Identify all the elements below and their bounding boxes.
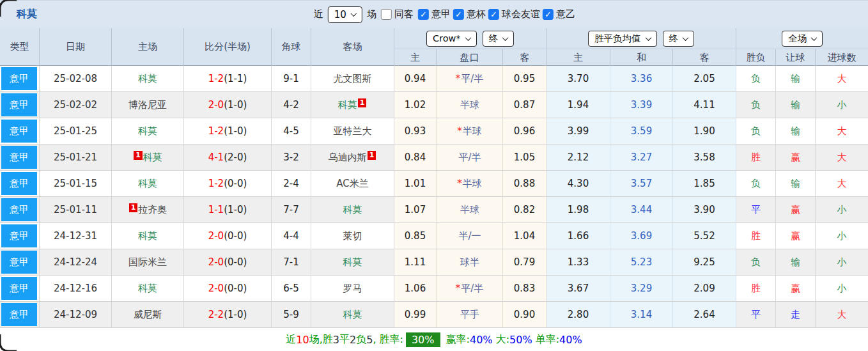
handicap-text: 平手 <box>460 309 479 321</box>
col-header-ah-home: 主 <box>394 49 437 66</box>
league-filter[interactable]: 意甲 <box>418 8 451 20</box>
ah-home-odds: 1.06 <box>394 276 437 301</box>
corner-score: 4-2 <box>272 92 311 118</box>
result-goals: 小 <box>816 276 868 301</box>
corner-score: 2-4 <box>272 171 311 196</box>
matches-label: 场 <box>367 8 376 20</box>
league-cell: 意甲 <box>0 249 40 275</box>
summary-segment: 场, <box>309 333 323 347</box>
ah-handicap-line: *平/半 <box>437 276 503 301</box>
asian-odds-group: Crow* 终 主 盘口 客 <box>394 28 546 66</box>
match-date: 24-12-31 <box>40 223 112 249</box>
filter-controls: 近 10 场 同客 意甲意杯球会友谊意乙 <box>314 6 575 23</box>
recent-count-select[interactable]: 10 <box>328 6 362 23</box>
league-filter[interactable]: 球会友谊 <box>488 8 540 20</box>
ah-handicap-line: *半球 <box>437 171 503 196</box>
handicap-text: 半球 <box>460 99 479 111</box>
result-handicap: 赢 <box>776 276 816 301</box>
away-team-name: 科莫 <box>338 99 357 111</box>
result-handicap: 赢 <box>776 223 816 249</box>
ah-away-odds: 0.88 <box>503 171 546 196</box>
half-time-score: (0-0) <box>224 283 247 294</box>
odds-time-select[interactable]: 终 <box>483 31 515 47</box>
result-handicap: 输 <box>776 171 816 196</box>
same-away-filter[interactable]: 同客 <box>381 8 414 20</box>
result-group: 全场 胜负 让球 进球数 <box>736 28 868 66</box>
result-handicap: 输 <box>776 66 816 91</box>
star-marker: * <box>456 283 461 294</box>
same-away-label: 同客 <box>394 8 414 20</box>
ah-home-odds: 1.07 <box>394 197 437 222</box>
eu-home-odds: 1.98 <box>546 197 610 222</box>
match-date: 24-12-09 <box>40 302 112 327</box>
summary-segment: 大: <box>493 333 509 347</box>
score-cell: 1-1(1-0) <box>184 197 272 222</box>
match-date: 25-02-08 <box>40 66 112 91</box>
league-filter[interactable]: 意杯 <box>453 8 486 20</box>
league-cell: 意甲 <box>0 92 40 118</box>
ah-home-odds: 1.11 <box>394 249 437 275</box>
eu-draw-odds: 3.29 <box>610 276 673 301</box>
corner-score: 6-5 <box>272 276 311 301</box>
full-time-score: 1-2 <box>208 125 224 137</box>
eu-home-odds: 3.99 <box>546 118 610 144</box>
league-checkbox[interactable] <box>543 9 554 20</box>
eu-away-odds: 4.11 <box>673 92 736 118</box>
corner-score: 5-9 <box>272 302 311 327</box>
result-goals: 大 <box>816 118 868 144</box>
chevron-down-icon <box>502 35 509 41</box>
euro-company-select[interactable]: 胜平负均值 <box>588 31 657 47</box>
corner-score: 4-5 <box>272 118 311 144</box>
league-badge: 意甲 <box>1 120 37 143</box>
ah-home-odds: 0.94 <box>394 66 437 91</box>
league-checkbox[interactable] <box>453 9 464 20</box>
away-team-name: AC米兰 <box>336 178 368 190</box>
ah-home-odds: 0.93 <box>394 118 437 144</box>
league-filter[interactable]: 意乙 <box>543 8 575 20</box>
match-stats-panel: 科莫 近 10 场 同客 意甲意杯球会友谊意乙 类型 日期 主场 比分(半场) … <box>0 0 868 351</box>
ah-handicap-line: 平手 <box>437 302 503 327</box>
handicap-text: 平/半 <box>458 152 481 164</box>
full-time-score: 1-1 <box>208 204 224 215</box>
league-checkbox[interactable] <box>418 9 429 20</box>
same-away-checkbox[interactable] <box>381 9 392 20</box>
eu-away-odds: 5.52 <box>673 223 736 249</box>
eu-home-odds: 1.33 <box>546 249 610 275</box>
league-cell: 意甲 <box>0 276 40 301</box>
league-cell: 意甲 <box>0 197 40 222</box>
col-header-away: 客场 <box>311 28 394 66</box>
result-goals: 大 <box>816 144 868 170</box>
result-wdl: 负 <box>736 171 776 196</box>
table-row: 意甲 25-02-08 科莫 1-2(1-1) 9-1 尤文图斯 0.94 *平… <box>0 66 868 92</box>
league-badge: 意甲 <box>1 146 37 169</box>
handicap-text: 半球 <box>463 125 482 137</box>
table-row: 意甲 24-12-09 威尼斯 2-2(1-0) 5-9 科莫 0.99 平手 … <box>0 302 868 328</box>
home-team-name: 国际米兰 <box>128 256 167 269</box>
result-goals: 小 <box>816 197 868 222</box>
ah-home-odds: 1.01 <box>394 171 437 196</box>
half-time-score: (1-0) <box>224 99 247 111</box>
col-header-eu-away: 客 <box>673 49 736 66</box>
euro-time-select[interactable]: 终 <box>663 31 695 47</box>
top-bar: 科莫 近 10 场 同客 意甲意杯球会友谊意乙 <box>0 0 868 28</box>
result-goals: 大 <box>816 171 868 196</box>
summary-segment: 平 <box>339 333 350 347</box>
ah-home-odds: 1.02 <box>394 92 437 118</box>
eu-away-odds: 9.25 <box>673 249 736 275</box>
table-header: 类型 日期 主场 比分(半场) 角球 客场 Crow* 终 主 盘口 客 <box>0 28 868 66</box>
away-team-name: 科莫 <box>343 309 362 321</box>
league-filter-label: 球会友谊 <box>502 8 540 20</box>
match-date: 24-12-16 <box>40 276 112 301</box>
eu-draw-odds: 3.44 <box>610 197 673 222</box>
eu-away-odds: 3.90 <box>673 197 736 222</box>
table-row: 意甲 25-01-25 科莫 1-2(1-0) 4-5 亚特兰大 0.93 *半… <box>0 118 868 144</box>
home-team: 威尼斯 <box>112 302 184 327</box>
league-checkbox[interactable] <box>488 9 499 20</box>
score-cell: 2-0(1-0) <box>184 92 272 118</box>
odds-company-select[interactable]: Crow* <box>426 31 477 47</box>
result-wdl: 负 <box>736 118 776 144</box>
full-time-score: 2-0 <box>208 256 224 268</box>
col-header-corner: 角球 <box>272 28 311 66</box>
result-scope-select[interactable]: 全场 <box>782 31 823 47</box>
corner-score: 9-1 <box>272 66 311 91</box>
